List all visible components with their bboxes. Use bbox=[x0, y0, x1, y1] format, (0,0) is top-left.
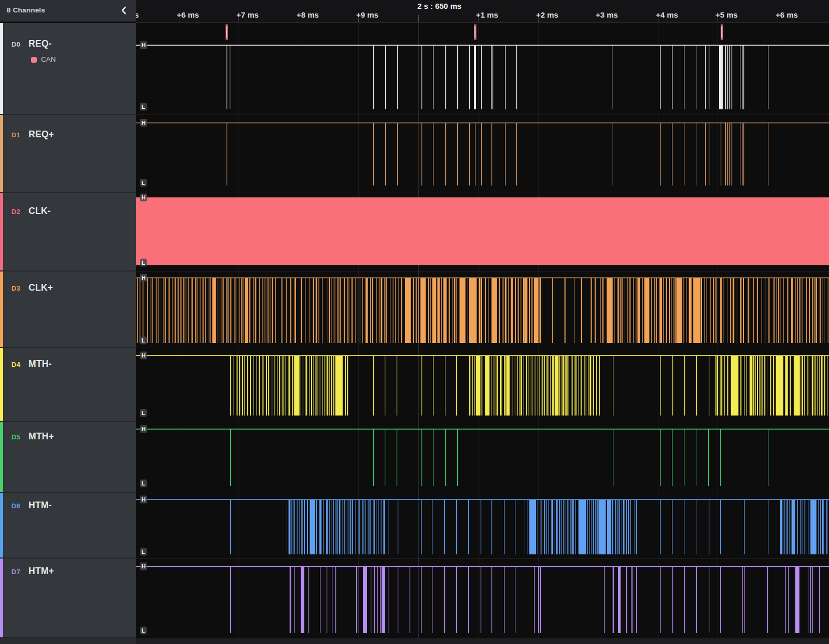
channel-color-strip bbox=[0, 115, 3, 192]
channel-id: D0 bbox=[11, 40, 20, 48]
channel-row-d1[interactable]: D1 REQ+ bbox=[0, 115, 136, 193]
timeline-tick-label: +5 ms bbox=[136, 10, 139, 19]
channel-id: D4 bbox=[11, 361, 20, 368]
channel-id: D3 bbox=[11, 284, 20, 292]
timeline-major-label: 2 s : 650 ms bbox=[417, 2, 461, 10]
horizontal-scrollbar[interactable] bbox=[136, 638, 829, 644]
timeline-tick bbox=[718, 18, 718, 22]
timeline-tick-label: +6 ms bbox=[776, 10, 798, 19]
low-level-badge: L bbox=[140, 103, 147, 111]
high-level-badge: H bbox=[140, 41, 147, 49]
timeline-tick-label: +6 ms bbox=[177, 10, 199, 19]
channel-row-d5[interactable]: D5 MTH+ bbox=[0, 422, 136, 493]
channel-name: REQ- bbox=[29, 38, 52, 49]
channel-id: D5 bbox=[11, 433, 20, 441]
timeline-tick-label: +7 ms bbox=[236, 10, 259, 19]
channel-row-d7[interactable]: D7 HTM+ bbox=[0, 559, 136, 638]
logic-analyzer-app: { "header": { "channel_count_label": "8 … bbox=[0, 0, 829, 644]
channel-id: D2 bbox=[11, 208, 20, 216]
channel-row-d2[interactable]: D2 CLK- bbox=[0, 193, 136, 271]
high-level-badge: H bbox=[140, 496, 147, 504]
high-level-badge: H bbox=[140, 119, 147, 127]
analyzer-chip-icon[interactable] bbox=[31, 57, 37, 63]
high-level-badge: H bbox=[140, 194, 147, 202]
channel-sidebar: D0 REQ- CAN D1 REQ+ D2 CLK- D3 CLK+ D4 M… bbox=[0, 23, 136, 638]
channel-id: D7 bbox=[11, 568, 20, 576]
timeline-tick-label: +4 ms bbox=[656, 10, 678, 19]
sidebar-footer-strip bbox=[0, 638, 136, 644]
timeline-tick bbox=[179, 18, 179, 22]
channel-id: D6 bbox=[11, 502, 20, 510]
channel-row-d3[interactable]: D3 CLK+ bbox=[0, 271, 136, 348]
timeline-tick bbox=[658, 18, 658, 22]
timeline-tick bbox=[358, 18, 359, 22]
timeline-tick bbox=[598, 18, 598, 22]
timeline-tick-label: +9 ms bbox=[356, 10, 378, 19]
timeline-ruler[interactable]: 2 s : 650 ms +5 ms +6 ms +7 ms +8 ms +9 … bbox=[136, 0, 829, 23]
high-level-badge: H bbox=[140, 425, 147, 433]
channel-id: D1 bbox=[11, 131, 20, 139]
channel-name: MTH+ bbox=[29, 431, 54, 442]
low-level-badge: L bbox=[140, 627, 147, 635]
low-level-badge: L bbox=[140, 337, 147, 345]
channel-color-strip bbox=[0, 348, 3, 421]
timeline-tick bbox=[478, 18, 479, 22]
low-level-badge: L bbox=[140, 480, 147, 488]
channel-color-strip bbox=[0, 493, 3, 557]
timeline-tick-label: +3 ms bbox=[596, 10, 618, 19]
channel-color-strip bbox=[0, 422, 3, 492]
timeline-tick bbox=[778, 18, 778, 22]
high-level-badge: H bbox=[140, 563, 147, 570]
low-level-badge: L bbox=[140, 409, 147, 417]
timeline-tick-label: +5 ms bbox=[715, 10, 738, 19]
timeline-major-tick bbox=[418, 15, 419, 22]
low-level-badge: L bbox=[140, 179, 147, 187]
channel-color-strip bbox=[0, 271, 3, 347]
channel-color-strip bbox=[0, 23, 3, 114]
high-level-badge: H bbox=[140, 352, 147, 360]
analyzer-label[interactable]: CAN bbox=[41, 55, 56, 63]
channel-row-d6[interactable]: D6 HTM- bbox=[0, 493, 136, 559]
channel-name: CLK+ bbox=[29, 282, 53, 293]
timeline-tick-label: +1 ms bbox=[476, 10, 498, 19]
channel-name: HTM+ bbox=[29, 566, 54, 577]
timeline-tick-label: +2 ms bbox=[536, 10, 558, 19]
timeline-tick bbox=[238, 18, 239, 22]
channel-name: MTH- bbox=[29, 359, 52, 369]
low-level-badge: L bbox=[140, 259, 147, 267]
channel-row-d0[interactable]: D0 REQ- CAN bbox=[0, 23, 136, 115]
collapse-sidebar-button[interactable] bbox=[118, 5, 130, 16]
timeline-tick-label: +8 ms bbox=[297, 10, 319, 19]
waveform-area[interactable]: HLHLHLHLHLHLHLHL bbox=[136, 23, 829, 638]
timeline-tick bbox=[538, 18, 539, 22]
channel-color-strip bbox=[0, 559, 3, 637]
timeline-tick bbox=[299, 18, 299, 22]
waveform-canvas[interactable] bbox=[136, 23, 829, 638]
chevron-left-icon bbox=[118, 5, 130, 16]
channel-name: HTM- bbox=[29, 500, 52, 511]
high-level-badge: H bbox=[140, 274, 147, 282]
channel-color-strip bbox=[0, 193, 3, 270]
channel-row-d4[interactable]: D4 MTH- bbox=[0, 348, 136, 422]
channel-name: REQ+ bbox=[29, 129, 54, 140]
sidebar-header: 8 Channels bbox=[0, 0, 136, 22]
channel-name: CLK- bbox=[29, 206, 51, 217]
channel-count-title: 8 Channels bbox=[7, 6, 45, 14]
low-level-badge: L bbox=[140, 548, 147, 556]
